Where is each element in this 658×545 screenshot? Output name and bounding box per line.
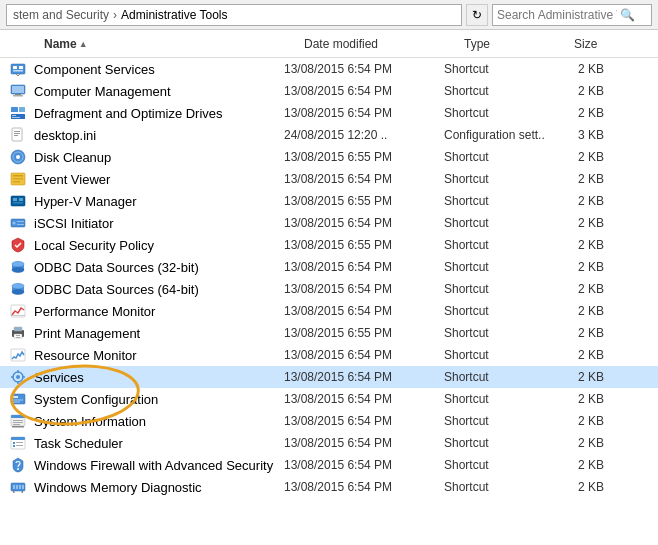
file-type: Shortcut	[444, 260, 554, 274]
file-type: Shortcut	[444, 172, 554, 186]
refresh-button[interactable]: ↻	[466, 4, 488, 26]
svg-rect-1	[13, 66, 17, 69]
table-row[interactable]: ODBC Data Sources (32-bit) 13/08/2015 6:…	[0, 256, 658, 278]
svg-rect-62	[13, 422, 23, 423]
svg-rect-74	[16, 485, 18, 489]
svg-rect-7	[13, 95, 23, 97]
file-size: 3 KB	[554, 128, 614, 142]
svg-rect-47	[16, 337, 20, 338]
svg-rect-2	[19, 66, 23, 69]
table-row[interactable]: Event Viewer 13/08/2015 6:54 PM Shortcut…	[0, 168, 658, 190]
svg-point-71	[17, 468, 19, 470]
svg-rect-15	[14, 131, 20, 132]
file-icon	[8, 477, 28, 497]
svg-rect-63	[13, 424, 20, 425]
file-icon	[8, 345, 28, 365]
path-segment: stem and Security	[13, 8, 109, 22]
svg-rect-70	[16, 445, 23, 446]
file-size: 2 KB	[554, 260, 614, 274]
file-size: 2 KB	[554, 238, 614, 252]
file-type: Shortcut	[444, 150, 554, 164]
svg-rect-66	[11, 437, 25, 440]
svg-rect-23	[13, 178, 23, 180]
file-name: Defragment and Optimize Drives	[34, 106, 284, 121]
svg-rect-61	[13, 420, 23, 421]
file-type: Shortcut	[444, 84, 554, 98]
address-path[interactable]: stem and Security › Administrative Tools	[6, 4, 462, 26]
file-type: Shortcut	[444, 194, 554, 208]
file-name: Resource Monitor	[34, 348, 284, 363]
file-name: ODBC Data Sources (64-bit)	[34, 282, 284, 297]
file-icon	[8, 147, 28, 167]
file-size: 2 KB	[554, 150, 614, 164]
table-row[interactable]: iSCSI Initiator 13/08/2015 6:54 PM Short…	[0, 212, 658, 234]
svg-rect-44	[14, 327, 22, 331]
file-name: Services	[34, 370, 284, 385]
search-box[interactable]: 🔍	[492, 4, 652, 26]
col-header-date[interactable]: Date modified	[304, 37, 464, 51]
file-type: Shortcut	[444, 216, 554, 230]
file-size: 2 KB	[554, 392, 614, 406]
svg-rect-5	[12, 86, 24, 93]
svg-rect-73	[13, 485, 15, 489]
file-name: Event Viewer	[34, 172, 284, 187]
file-icon	[8, 389, 28, 409]
table-row[interactable]: Task Scheduler 13/08/2015 6:54 PM Shortc…	[0, 432, 658, 454]
table-row[interactable]: Defragment and Optimize Drives 13/08/201…	[0, 102, 658, 124]
table-row[interactable]: Disk Cleanup 13/08/2015 6:55 PM Shortcut…	[0, 146, 658, 168]
search-input[interactable]	[497, 8, 617, 22]
file-name: Performance Monitor	[34, 304, 284, 319]
table-row[interactable]: Performance Monitor 13/08/2015 6:54 PM S…	[0, 300, 658, 322]
svg-rect-68	[16, 442, 23, 443]
file-icon	[8, 191, 28, 211]
col-header-type[interactable]: Type	[464, 37, 574, 51]
table-row[interactable]: Windows Memory Diagnostic 13/08/2015 6:5…	[0, 476, 658, 498]
file-size: 2 KB	[554, 436, 614, 450]
file-type: Shortcut	[444, 282, 554, 296]
file-icon	[8, 235, 28, 255]
file-icon	[8, 433, 28, 453]
file-date: 13/08/2015 6:54 PM	[284, 260, 444, 274]
table-row[interactable]: ODBC Data Sources (64-bit) 13/08/2015 6:…	[0, 278, 658, 300]
path-current: Administrative Tools	[121, 8, 228, 22]
file-date: 13/08/2015 6:54 PM	[284, 392, 444, 406]
table-row[interactable]: Computer Management 13/08/2015 6:54 PM S…	[0, 80, 658, 102]
file-date: 13/08/2015 6:54 PM	[284, 304, 444, 318]
table-row[interactable]: Component Services 13/08/2015 6:54 PM Sh…	[0, 58, 658, 80]
table-row[interactable]: Print Management 13/08/2015 6:55 PM Shor…	[0, 322, 658, 344]
file-size: 2 KB	[554, 480, 614, 494]
file-size: 2 KB	[554, 348, 614, 362]
svg-rect-78	[22, 491, 24, 493]
table-row[interactable]: Local Security Policy 13/08/2015 6:55 PM…	[0, 234, 658, 256]
svg-rect-3	[13, 70, 23, 72]
svg-rect-57	[13, 400, 23, 401]
table-row[interactable]: Hyper-V Manager 13/08/2015 6:55 PM Short…	[0, 190, 658, 212]
table-row[interactable]: System Information 13/08/2015 6:54 PM Sh…	[0, 410, 658, 432]
col-header-name[interactable]: Name ▲	[44, 37, 304, 51]
address-bar: stem and Security › Administrative Tools…	[0, 0, 658, 30]
table-row[interactable]: Resource Monitor 13/08/2015 6:54 PM Shor…	[0, 344, 658, 366]
file-icon	[8, 455, 28, 475]
col-header-size[interactable]: Size	[574, 37, 634, 51]
file-date: 13/08/2015 6:55 PM	[284, 326, 444, 340]
file-date: 13/08/2015 6:54 PM	[284, 62, 444, 76]
file-icon	[8, 367, 28, 387]
table-row[interactable]: Windows Firewall with Advanced Security …	[0, 454, 658, 476]
file-date: 13/08/2015 6:55 PM	[284, 194, 444, 208]
svg-rect-12	[12, 117, 20, 118]
svg-point-50	[16, 375, 20, 379]
file-size: 2 KB	[554, 370, 614, 384]
file-icon	[8, 213, 28, 233]
svg-rect-8	[11, 107, 18, 112]
table-row[interactable]: desktop.ini 24/08/2015 12:20 .. Configur…	[0, 124, 658, 146]
file-date: 13/08/2015 6:55 PM	[284, 150, 444, 164]
file-icon	[8, 323, 28, 343]
table-row[interactable]: System Configuration 13/08/2015 6:54 PM …	[0, 388, 658, 410]
file-size: 2 KB	[554, 414, 614, 428]
column-headers: Name ▲ Date modified Type Size	[0, 30, 658, 58]
file-size: 2 KB	[554, 216, 614, 230]
file-icon	[8, 103, 28, 123]
svg-point-36	[12, 262, 24, 267]
table-row[interactable]: Services 13/08/2015 6:54 PM Shortcut 2 K…	[0, 366, 658, 388]
file-date: 13/08/2015 6:54 PM	[284, 348, 444, 362]
